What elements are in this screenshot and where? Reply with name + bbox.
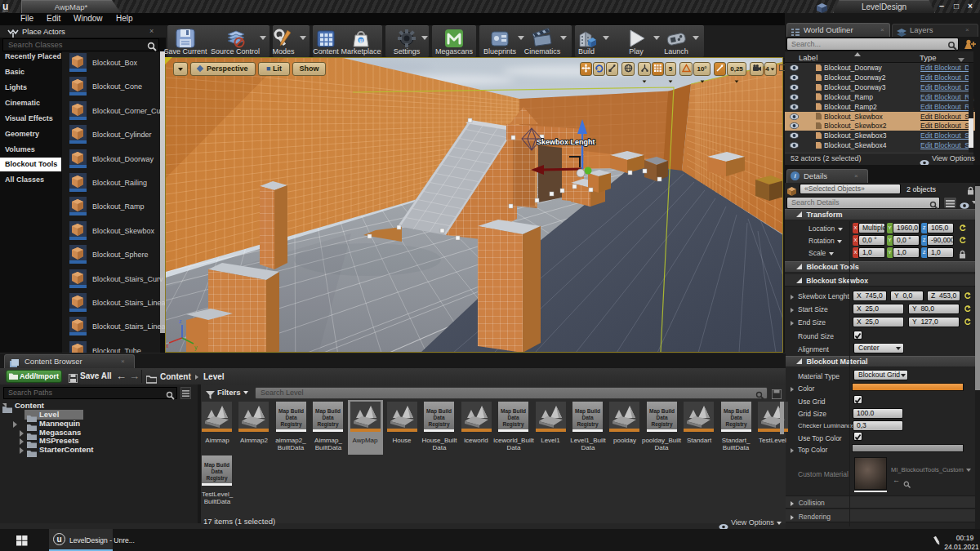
svg-text:y: y xyxy=(194,344,198,351)
svg-text:Skewbox Lenght: Skewbox Lenght xyxy=(537,138,595,146)
svg-text:z: z xyxy=(179,318,182,324)
svg-text:u: u xyxy=(359,38,363,43)
svg-text:x: x xyxy=(166,343,169,349)
